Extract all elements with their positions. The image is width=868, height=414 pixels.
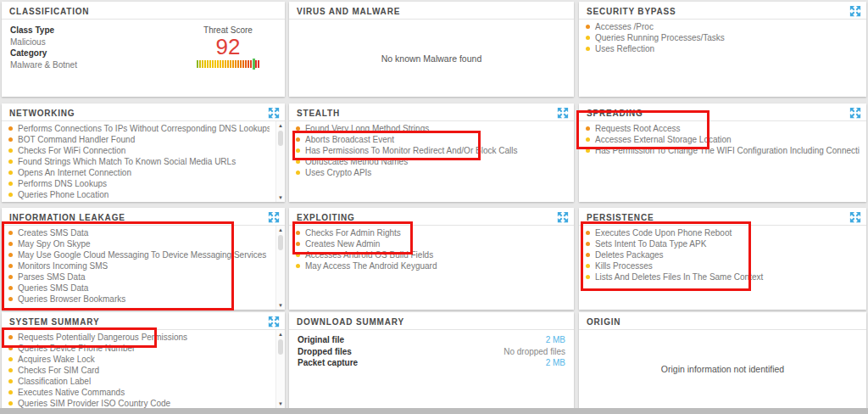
severity-bullet-icon (8, 148, 13, 153)
severity-bullet-icon (586, 275, 590, 279)
list-item: Executes Code Upon Phone Reboot (586, 227, 860, 238)
expand-icon[interactable] (849, 106, 861, 118)
item-text: May Use Google Cloud Messaging To Device… (18, 250, 266, 260)
list-item: Checks For Admin Rights (296, 227, 567, 238)
list-item: Creates New Admin (296, 238, 567, 249)
threat-score-value: 92 (178, 36, 278, 59)
dropped-files-value: No dropped files (504, 346, 565, 358)
persistence-list: Executes Code Upon Phone Reboot Sets Int… (579, 226, 866, 283)
panel-download-summary: DOWNLOAD SUMMARY Original file 2 MB Drop… (289, 312, 574, 408)
list-item: Uses Reflection (586, 43, 860, 54)
stealth-list: Found Very Long Method Strings Aborts Br… (289, 121, 574, 178)
item-text: Monitors Incoming SMS (18, 261, 108, 271)
threat-score-block: Threat Score 92 (178, 20, 285, 70)
panel-virus-and-malware: VIRUS AND MALWARE No known Malware found (289, 2, 574, 97)
severity-bullet-icon (586, 253, 590, 257)
expand-icon[interactable] (268, 106, 280, 118)
list-item: May Spy On Skype (8, 238, 270, 249)
scroll-up-icon[interactable]: ▲ (276, 227, 285, 233)
severity-bullet-icon (586, 231, 590, 235)
scrollbar[interactable]: ▲ ▼ (275, 121, 285, 202)
list-item: Has Permissions To Monitor Redirect And/… (296, 145, 567, 156)
scroll-up-icon[interactable]: ▲ (276, 122, 285, 129)
system-summary-list: Requests Potentially Dangerous Permissio… (2, 330, 276, 409)
item-text: Found Very Long Method Strings (305, 124, 429, 133)
expand-icon[interactable] (849, 4, 861, 16)
panel-title: PERSISTENCE (587, 213, 654, 222)
scroll-thumb[interactable] (278, 339, 283, 355)
item-text: Performs DNS Lookups (18, 179, 107, 188)
scroll-down-icon[interactable]: ▼ (276, 302, 285, 309)
panel-exploiting: EXPLOITING Checks For Admin Rights Creat… (289, 208, 574, 310)
list-item: Kills Processes (586, 260, 860, 271)
panel-title: STEALTH (297, 109, 340, 118)
list-item: Lists And Deletes Files In The Same Cont… (586, 271, 860, 283)
download-row-label: Dropped files (298, 346, 352, 358)
scroll-up-icon[interactable]: ▲ (276, 331, 285, 338)
list-item: May Access The Android Keyguard (296, 260, 567, 271)
no-malware-message: No known Malware found (289, 20, 574, 97)
severity-bullet-icon (586, 242, 590, 246)
item-text: Queries Browser Bookmarks (18, 294, 125, 304)
list-item: BOT Command Handler Found (8, 134, 270, 145)
list-item: Requests Root Access (586, 123, 860, 134)
list-item: Checks For SIM Card (8, 365, 270, 376)
list-item: Obfuscates Method Names (296, 156, 567, 167)
classification-body: Class Type Malicious Category Malware & … (2, 20, 285, 70)
expand-icon[interactable] (557, 210, 569, 222)
scroll-thumb[interactable] (278, 235, 283, 250)
item-text: Sets Intent To Data Type APK (595, 239, 706, 249)
severity-bullet-icon (586, 126, 590, 131)
severity-bullet-icon (8, 182, 13, 186)
severity-bullet-icon (8, 286, 13, 290)
severity-bullet-icon (586, 264, 590, 268)
item-text: Deletes Packages (595, 250, 664, 260)
panel-title: SYSTEM SUMMARY (9, 317, 99, 327)
expand-icon[interactable] (557, 106, 569, 118)
expand-icon[interactable] (849, 210, 861, 222)
scroll-down-icon[interactable]: ▼ (276, 194, 285, 201)
scroll-thumb[interactable] (278, 131, 283, 146)
item-text: Uses Reflection (595, 44, 654, 53)
panel-title: NETWORKING (9, 109, 75, 118)
panel-title: SECURITY BYPASS (587, 7, 676, 16)
item-text: Creates New Admin (305, 239, 380, 249)
scrollbar[interactable]: ▲ ▼ (275, 226, 285, 310)
panel-origin: ORIGIN Origin information not identified (579, 312, 866, 408)
severity-bullet-icon (8, 346, 13, 350)
item-text: Has Permission To Change The WIFI Config… (595, 146, 860, 155)
severity-bullet-icon (8, 193, 13, 197)
severity-bullet-icon (8, 297, 13, 301)
item-text: Obfuscates Method Names (305, 157, 408, 166)
item-text: Acquires Wake Lock (18, 355, 95, 364)
panel-networking: NETWORKING Performs Connections To IPs W… (2, 104, 285, 202)
list-item: Accesses Android OS Build Fields (296, 249, 567, 260)
severity-bullet-icon (8, 264, 13, 268)
expand-icon[interactable] (268, 315, 280, 327)
scroll-down-icon[interactable]: ▼ (276, 400, 285, 407)
list-item: May Use Google Cloud Messaging To Device… (8, 249, 270, 260)
item-text: Opens An Internet Connection (18, 168, 131, 177)
list-item: Queries Device Phone Number (8, 343, 270, 354)
list-item: Queries Phone Location (8, 189, 270, 200)
download-row-label: Original file (298, 334, 344, 346)
item-text: Creates SMS Data (18, 228, 88, 238)
list-item: Found Very Long Method Strings (296, 123, 567, 134)
origin-message: Origin information not identified (579, 330, 866, 408)
packet-capture-link[interactable]: 2 MB (546, 357, 565, 369)
list-item: Accesses External Storage Location (586, 134, 860, 145)
item-text: Checks For Admin Rights (305, 228, 401, 238)
expand-icon[interactable] (268, 210, 280, 222)
classification-fields: Class Type Malicious Category Malware & … (2, 20, 178, 70)
list-item: Creates SMS Data (8, 227, 270, 238)
list-item: Acquires Wake Lock (8, 354, 270, 365)
item-text: May Access The Android Keyguard (305, 261, 437, 271)
download-row: Packet capture 2 MB (298, 357, 565, 369)
download-row: Original file 2 MB (298, 334, 565, 346)
item-text: Lists And Deletes Files In The Same Cont… (595, 272, 763, 282)
original-file-link[interactable]: 2 MB (546, 334, 565, 346)
panel-title: EXPLOITING (297, 213, 355, 222)
scrollbar[interactable]: ▲ ▼ (275, 330, 285, 408)
panel-title: SPREADING (587, 109, 643, 118)
item-text: Requests Potentially Dangerous Permissio… (18, 333, 187, 342)
